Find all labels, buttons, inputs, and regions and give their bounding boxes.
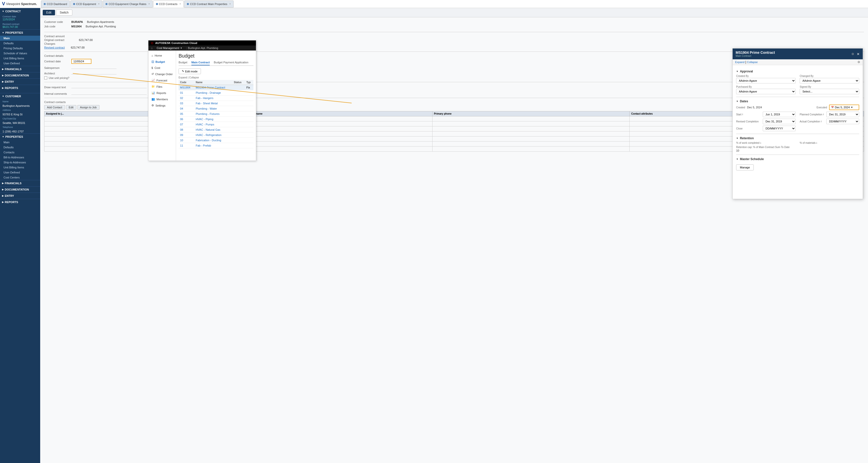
budget-name-link[interactable]: Fab - Prefab	[196, 144, 211, 147]
budget-table-row[interactable]: 11Fab - Prefab	[179, 143, 253, 148]
sidebar-cust-user-defined[interactable]: User-Defined	[0, 170, 40, 175]
sidebar-item-main[interactable]: Main	[0, 36, 40, 41]
budget-name-link[interactable]: Fab - Hangers	[196, 96, 213, 99]
nav-breadcrumb[interactable]: | Burlington Apt. Plumbing	[186, 47, 218, 50]
budget-code-link[interactable]: 03	[180, 102, 183, 105]
budget-name-link[interactable]: MS1904 Prime Contract	[196, 86, 225, 89]
tab-ccd-equipment-charge-rates[interactable]: CCD Equipment Charge Rates ×	[103, 0, 152, 7]
tab-ccd-dashboard[interactable]: CCD Dashboard	[41, 0, 70, 7]
tab-close-icon[interactable]: ×	[229, 2, 231, 5]
sidebar-item-defaults[interactable]: Defaults	[0, 41, 40, 46]
edit-contact-button[interactable]: Edit	[66, 105, 76, 110]
budget-name-link[interactable]: Plumbing - Water	[196, 107, 217, 110]
budget-name-link[interactable]: HVAC - Piping	[196, 118, 213, 121]
master-schedule-header[interactable]: ▼ Master Schedule	[736, 157, 859, 161]
manage-button[interactable]: Manage	[736, 164, 754, 170]
tab-close-icon[interactable]: ×	[98, 2, 100, 5]
retention-section-header[interactable]: ▼ Retention	[736, 137, 859, 140]
autodesk-nav-settings[interactable]: ⚙ Settings	[149, 102, 176, 109]
sidebar-customer-section[interactable]: ▼ CUSTOMER	[0, 93, 40, 99]
budget-name-link[interactable]: Plumbing - Drainage	[196, 91, 221, 94]
revised-completion-select[interactable]: Dec 31, 2019	[763, 119, 796, 124]
panel-settings-icon[interactable]: ⚙	[851, 52, 854, 56]
sidebar-cust-reports[interactable]: ▶ REPORTS	[0, 199, 40, 205]
autodesk-nav-cost[interactable]: $ Cost	[149, 65, 176, 71]
budget-name-link[interactable]: Fabrication - Ducting	[196, 139, 221, 142]
sidebar-cust-ship-to[interactable]: Ship-to Addresses	[0, 160, 40, 165]
start-info-icon[interactable]: ℹ	[742, 113, 743, 116]
actual-completion-info-icon[interactable]: ℹ	[821, 120, 822, 123]
tab-budget-payment[interactable]: Budget Payment Application	[214, 61, 248, 65]
tab-ccd-contracts[interactable]: CCD Contracts ×	[153, 0, 184, 7]
budget-code-link[interactable]: MS1904	[180, 86, 190, 89]
panel-gear-icon[interactable]: ⚙	[858, 60, 860, 64]
tab-main-contract[interactable]: Main Contract	[191, 61, 210, 65]
autodesk-nav-forecast[interactable]: 📈 Forecast	[149, 77, 176, 83]
materials-info-icon[interactable]: ℹ	[816, 142, 817, 144]
budget-table-row[interactable]: 07HVAC - Pumps	[179, 122, 253, 127]
budget-code-link[interactable]: 04	[180, 107, 183, 110]
sidebar-financials-section[interactable]: ▶ FINANCIALS	[0, 66, 40, 72]
sidebar-entry-section[interactable]: ▶ ENTRY	[0, 79, 40, 85]
sidebar-customer-properties-section[interactable]: ▼ PROPERTIES	[0, 134, 40, 140]
assign-to-job-button[interactable]: Assign to Job	[78, 105, 99, 110]
edit-button[interactable]: Edit	[43, 10, 55, 15]
sidebar-item-user-defined[interactable]: User-Defined	[0, 61, 40, 66]
switch-button[interactable]: Switch	[56, 9, 72, 16]
budget-table-row[interactable]: 03Fab - Sheet Metal	[179, 101, 253, 106]
close-date-select[interactable]: DD/MM/YYYY	[763, 126, 796, 131]
sidebar-contract-section[interactable]: ▼ CONTRACT	[0, 8, 40, 14]
budget-name-link[interactable]: Fab - Sheet Metal	[196, 102, 217, 105]
use-unit-pricing-checkbox[interactable]	[44, 77, 47, 80]
sidebar-cust-contacts[interactable]: Contacts	[0, 150, 40, 155]
executed-dropdown-icon[interactable]: ▼	[851, 106, 853, 109]
budget-code-link[interactable]: 06	[180, 118, 183, 121]
sidebar-cust-defaults[interactable]: Defaults	[0, 145, 40, 150]
sidebar-cust-unit-billing[interactable]: Unit Billing Items	[0, 165, 40, 170]
edit-mode-button[interactable]: ✎ Edit mode	[179, 68, 201, 74]
actual-completion-select[interactable]: DD/MM/YYYY	[826, 119, 859, 124]
approval-section-header[interactable]: ▼ Approval	[736, 69, 859, 73]
tab-ccd-contract-main-properties[interactable]: CCD Contract Main Properties ×	[184, 0, 233, 7]
budget-table-row[interactable]: 01Plumbing - Drainage	[179, 90, 253, 95]
autodesk-nav-home[interactable]: ⌂ Home	[149, 53, 176, 59]
expand-collapse[interactable]: Expand | Collapse	[179, 76, 253, 79]
executed-date-input[interactable]: 📅 Dec 5, 2024 ▼	[829, 105, 859, 110]
contract-date-input[interactable]: 12/05/24	[71, 59, 91, 64]
signed-by-select[interactable]: Select...	[800, 89, 859, 94]
revised-contract-link[interactable]: Revised contract	[44, 46, 65, 49]
budget-table-row[interactable]: 09HVAC - Refrigeration	[179, 133, 253, 138]
budget-table-row[interactable]: 04Plumbing - Water	[179, 106, 253, 111]
budget-table-row[interactable]: 02Fab - Hangers	[179, 95, 253, 101]
work-completed-info-icon[interactable]: ℹ	[760, 142, 761, 144]
budget-table-row[interactable]: 05Plumbing - Fixtures	[179, 111, 253, 117]
autodesk-nav-files[interactable]: 📁 Files	[149, 83, 176, 90]
budget-code-link[interactable]: 09	[180, 134, 183, 137]
tab-close-icon[interactable]: ×	[149, 2, 150, 5]
budget-code-link[interactable]: 07	[180, 123, 183, 126]
planned-completion-info-icon[interactable]: ℹ	[823, 113, 824, 116]
budget-table-row[interactable]: MS1904MS1904 Prime ContractFix	[179, 85, 253, 90]
tab-budget[interactable]: Budget	[179, 61, 187, 65]
sidebar-item-schedule-of-values[interactable]: Schedule of Values	[0, 51, 40, 56]
dates-section-header[interactable]: ▼ Dates	[736, 99, 859, 103]
budget-table-row[interactable]: 08HVAC - Natural Gas	[179, 127, 253, 133]
add-contact-button[interactable]: Add Contact	[44, 105, 65, 110]
budget-code-link[interactable]: 02	[180, 96, 183, 99]
created-by-select[interactable]: AAdmin Agave	[736, 78, 796, 83]
sidebar-cust-main[interactable]: Main	[0, 140, 40, 145]
budget-code-link[interactable]: 10	[180, 139, 183, 142]
sidebar-cust-cost-centers[interactable]: Cost Centers	[0, 175, 40, 180]
autodesk-nav-reports[interactable]: 📊 Reports	[149, 90, 176, 96]
sidebar-cust-bill-to[interactable]: Bill-to Addresses	[0, 155, 40, 160]
changed-by-select[interactable]: AAdmin Agave	[800, 78, 859, 83]
budget-name-link[interactable]: HVAC - Pumps	[196, 123, 214, 126]
tab-close-icon[interactable]: ×	[180, 2, 181, 5]
autodesk-nav-members[interactable]: 👥 Members	[149, 96, 176, 102]
start-date-select[interactable]: Jun 1, 2019	[763, 112, 796, 117]
sidebar-item-pricing-defaults[interactable]: Pricing Defaults	[0, 46, 40, 51]
purchased-by-select[interactable]: AAdmin Agave	[736, 89, 796, 94]
sidebar-properties-section[interactable]: ▼ PROPERTIES	[0, 29, 40, 36]
budget-name-link[interactable]: Plumbing - Fixtures	[196, 112, 219, 115]
budget-table-row[interactable]: 10Fabrication - Ducting	[179, 138, 253, 143]
